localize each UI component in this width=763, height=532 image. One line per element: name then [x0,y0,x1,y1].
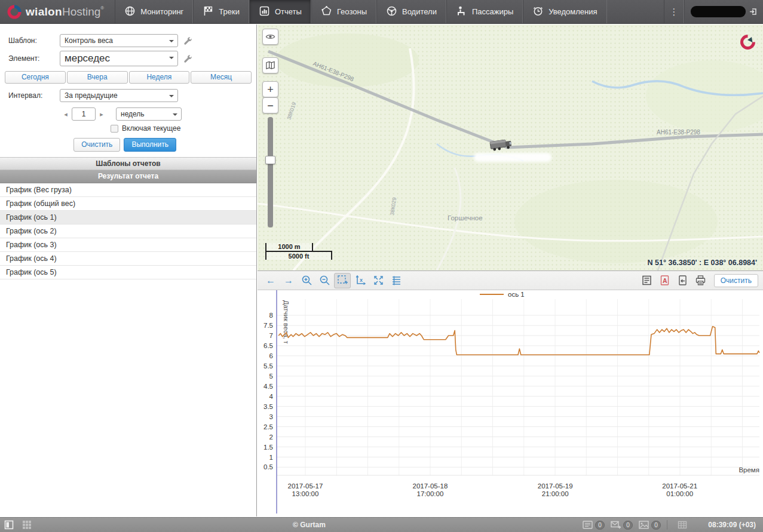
y-tick-label: 3.5 [263,403,273,410]
execute-button[interactable]: Выполнить [124,138,176,152]
result-item-2[interactable]: График (общий вес) [0,197,256,211]
count-input[interactable]: 1 [72,107,96,121]
template-select[interactable]: Контроль веса [60,34,178,47]
y-tick-label: 7 [269,332,273,339]
quick-range-1[interactable]: Сегодня [5,71,66,84]
chart-print-button[interactable] [692,273,709,288]
status-counter-1[interactable]: 0 [583,521,605,530]
chart-reset-scale-button[interactable]: x [352,273,369,288]
x-tick-label: 17:00:00 [417,490,444,497]
y-tick-label: 6.5 [263,342,273,349]
x-tick-label: 2017-05-17 [288,482,323,490]
tab-3[interactable]: Отчеты [249,0,311,23]
unit-caption-blurred [474,153,551,162]
legend-label: ось 1 [508,291,525,298]
map-zoom-out-button[interactable]: − [262,97,278,113]
chart-report-view-button[interactable] [639,273,655,288]
result-item-7[interactable]: График (ось 5) [0,266,256,279]
chart-fit-button[interactable] [370,273,387,288]
tab-6[interactable]: Пассажиры [446,0,523,23]
tab-7[interactable]: Уведомления [523,0,606,23]
collapse-panel-button[interactable] [0,520,18,530]
quick-range-2[interactable]: Вчера [67,71,128,84]
map-scale-bar: 1000 m 5000 ft [265,243,332,260]
x-tick-label: 2017-05-19 [538,482,573,490]
result-item-6[interactable]: График (ось 4) [0,252,256,266]
map-visibility-button[interactable] [262,29,278,45]
table-mode-button[interactable] [673,520,691,530]
result-item-3[interactable]: График (ось 1) [0,211,256,225]
y-tick-label: 5.5 [263,362,273,370]
counter-badge: 0 [595,521,605,530]
road-label-minor-2: 38К029 [389,197,397,216]
weight-chart[interactable]: 0.511.522.533.544.555.566.577.582017-05-… [258,290,763,516]
result-item-4[interactable]: График (ось 2) [0,225,256,238]
chart-export-pdf-button[interactable]: A [657,273,673,288]
media-icon [639,521,649,529]
result-item-5[interactable]: График (ось 3) [0,238,256,252]
count-increment-arrow[interactable]: ▸ [99,110,105,118]
gurtam-map-logo[interactable] [740,34,756,50]
svg-text:x: x [360,277,363,283]
user-menu[interactable] [684,0,763,23]
chart-forward-button[interactable]: → [280,273,297,288]
quick-range-4[interactable]: Месяц [191,71,252,84]
status-counter-2[interactable]: 0 [611,521,633,530]
map-zoom-slider-track[interactable] [268,117,273,227]
y-tick-label: 7.5 [263,322,273,329]
report-templates-header[interactable]: Шаблоны отчетов [0,157,256,170]
include-current-label: Включая текущее [122,124,180,133]
grid-apps-button[interactable] [18,520,36,530]
tab-2[interactable]: Треки [193,0,249,23]
passenger-icon [456,5,467,19]
period-select[interactable]: недель [116,107,182,121]
user-name-redacted [691,6,746,17]
x-axis-label: Время [739,466,759,473]
chart-back-button[interactable]: ← [262,273,279,288]
map-layers-button[interactable] [262,57,278,73]
overflow-menu-button[interactable]: ⋮ [664,0,684,23]
chart-panel: ← → x A Очистить [258,270,763,516]
template-edit-wrench-icon[interactable] [183,36,193,46]
chart-canvas[interactable]: 0.511.522.533.544.555.566.577.582017-05-… [258,290,763,516]
status-counter-3[interactable]: 0 [639,521,661,530]
copyright-text: © Gurtam [36,521,583,529]
chart-export-file-button[interactable] [675,273,691,288]
y-tick-label: 1.5 [263,444,273,451]
interval-select[interactable]: За предыдущие [60,89,178,102]
tab-5[interactable]: Водители [376,0,446,23]
clock-time: 08:39:09 (+03) [697,521,756,529]
report-icon [259,5,270,19]
unit-select[interactable]: мерседес [60,51,178,66]
chart-legend-button[interactable] [388,273,405,288]
chart-zoom-out-button[interactable] [316,273,333,288]
series-line-axle1 [278,327,759,355]
unit-edit-wrench-icon[interactable] [183,54,193,64]
chart-clear-button[interactable]: Очистить [714,274,758,287]
wialon-logo[interactable]: wialonHosting® [0,0,115,23]
status-bar: © Gurtam 000 08:39:09 (+03) [0,517,763,532]
clear-button[interactable]: Очистить [73,138,120,152]
eye-icon [265,32,275,42]
result-item-1[interactable]: График (Вес груза) [0,183,256,197]
tab-label: Пассажиры [472,7,513,16]
road-label-minor-1: 38К019 [286,102,297,121]
include-current-checkbox[interactable] [111,125,118,133]
chart-marquee-zoom-button[interactable] [334,273,351,288]
tab-4[interactable]: Геозоны [311,0,376,23]
quick-range-3[interactable]: Неделя [129,71,190,84]
main-tabs: МониторингТрекиОтчетыГеозоныВодителиПасс… [115,0,606,23]
logout-icon[interactable] [749,8,757,16]
y-tick-label: 0.5 [263,463,273,471]
printer-icon [695,275,706,286]
map-view[interactable]: AH61-E38-P298 AH61-E38-P298 38К019 38К02… [258,24,763,270]
report-result-header[interactable]: Результат отчета [0,170,256,183]
map-zoom-slider-handle[interactable] [265,156,275,164]
count-decrement-arrow[interactable]: ◂ [63,110,69,118]
chart-zoom-in-button[interactable] [298,273,315,288]
y-tick-label: 6 [269,352,273,359]
map-zoom-in-button[interactable]: + [262,81,278,97]
export-file-icon [677,275,688,286]
report-result-list: График (Вес груза)График (общий вес)Граф… [0,183,256,279]
tab-1[interactable]: Мониторинг [115,0,193,23]
